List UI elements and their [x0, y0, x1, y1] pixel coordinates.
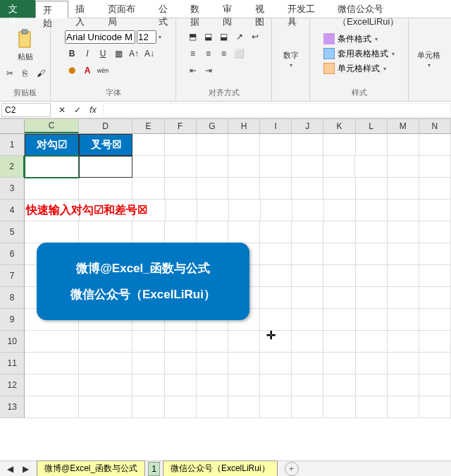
cell[interactable]: [292, 396, 323, 418]
format-painter-icon[interactable]: 🖌: [34, 66, 48, 80]
grow-font-icon[interactable]: A↑: [127, 47, 141, 61]
cell[interactable]: [197, 134, 228, 156]
enter-formula-icon[interactable]: ✓: [70, 103, 85, 117]
cell[interactable]: [165, 331, 197, 353]
cell[interactable]: [419, 178, 451, 200]
align-middle-icon[interactable]: ⬓: [202, 30, 216, 44]
menu-tab-wechat[interactable]: 微信公众号（ExcelLiRui）: [330, 0, 451, 18]
menu-tab-data[interactable]: 数据: [183, 0, 216, 18]
cell[interactable]: [323, 374, 355, 396]
cell[interactable]: [132, 134, 164, 156]
cell[interactable]: [292, 134, 323, 156]
cell[interactable]: [323, 243, 355, 265]
cell[interactable]: [260, 178, 292, 200]
align-bottom-icon[interactable]: ⬓: [217, 30, 231, 44]
cell[interactable]: [292, 156, 323, 178]
cell[interactable]: [324, 200, 356, 221]
cell[interactable]: [197, 200, 229, 221]
cell[interactable]: [292, 309, 323, 331]
cell[interactable]: [25, 374, 79, 396]
tab-prev-icon[interactable]: ◀: [3, 462, 17, 476]
cell[interactable]: [323, 156, 355, 178]
cell[interactable]: [292, 243, 323, 265]
cell[interactable]: [323, 221, 355, 243]
cell[interactable]: [323, 396, 355, 418]
row-header[interactable]: 1: [0, 134, 25, 156]
row-header[interactable]: 11: [0, 353, 25, 374]
cell[interactable]: [132, 374, 164, 396]
cell[interactable]: [228, 134, 260, 156]
cell[interactable]: [228, 156, 260, 178]
cell[interactable]: [228, 353, 260, 374]
cell[interactable]: [323, 134, 355, 156]
col-header[interactable]: C: [25, 119, 79, 133]
row-header[interactable]: 4: [0, 200, 25, 221]
wrap-text-icon[interactable]: ↩: [248, 30, 262, 44]
align-center-icon[interactable]: ≡: [202, 47, 216, 61]
col-header[interactable]: K: [323, 119, 355, 133]
align-right-icon[interactable]: ≡: [217, 47, 231, 61]
cell[interactable]: [355, 156, 387, 178]
cell[interactable]: [260, 374, 292, 396]
merge-button[interactable]: ⬜: [233, 47, 247, 61]
cell[interactable]: [356, 331, 388, 353]
cell[interactable]: [228, 396, 260, 418]
cell-c4[interactable]: 快速输入对勾☑和差号☒: [25, 200, 80, 221]
info-shape[interactable]: 微博@Excel_函数与公式 微信公众号（ExcelLiRui）: [37, 243, 249, 320]
row-header[interactable]: 2: [0, 156, 25, 178]
cell[interactable]: [229, 200, 261, 221]
fx-icon[interactable]: fx: [86, 103, 100, 117]
cell[interactable]: [388, 331, 419, 353]
paste-button[interactable]: 粘贴: [3, 28, 48, 63]
cell[interactable]: [356, 178, 388, 200]
menu-tab-insert[interactable]: 插入: [68, 0, 101, 18]
col-header[interactable]: I: [260, 119, 292, 133]
cell[interactable]: [25, 178, 79, 200]
cell[interactable]: [356, 221, 388, 243]
cell[interactable]: [388, 178, 419, 200]
menu-tab-view[interactable]: 视图: [248, 0, 280, 18]
cell[interactable]: [132, 178, 164, 200]
cell[interactable]: [323, 331, 355, 353]
formula-bar[interactable]: [103, 103, 451, 117]
col-header[interactable]: M: [388, 119, 419, 133]
cut-icon[interactable]: ✂: [3, 66, 17, 80]
cell[interactable]: [323, 178, 355, 200]
shrink-font-icon[interactable]: A↓: [142, 47, 156, 61]
phonetic-button[interactable]: wén: [96, 63, 110, 78]
col-header[interactable]: E: [132, 119, 164, 133]
inc-indent-icon[interactable]: ⇥: [202, 63, 216, 78]
cell[interactable]: [323, 353, 355, 374]
font-color-button[interactable]: A: [80, 63, 94, 78]
cell[interactable]: [197, 178, 228, 200]
cell[interactable]: [79, 374, 133, 396]
cell[interactable]: [197, 396, 228, 418]
cell[interactable]: [228, 178, 260, 200]
new-sheet-button[interactable]: +: [285, 462, 299, 476]
orientation-icon[interactable]: ↗: [233, 30, 247, 44]
font-name-select[interactable]: [65, 30, 135, 44]
menu-file[interactable]: 文件: [0, 0, 35, 18]
cell[interactable]: [228, 374, 260, 396]
col-header[interactable]: J: [292, 119, 323, 133]
cell[interactable]: [79, 396, 133, 418]
cell[interactable]: [79, 221, 133, 243]
cell[interactable]: [292, 374, 323, 396]
cell[interactable]: [261, 200, 292, 221]
table-format-button[interactable]: 套用表格格式▾: [323, 47, 395, 61]
cell[interactable]: [165, 134, 197, 156]
cell[interactable]: [292, 287, 323, 309]
col-header[interactable]: H: [228, 119, 260, 133]
menu-tab-dev[interactable]: 开发工具: [280, 0, 330, 18]
row-header[interactable]: 7: [0, 265, 25, 287]
cell[interactable]: [292, 265, 323, 287]
cell[interactable]: [165, 374, 197, 396]
cell[interactable]: [419, 353, 451, 374]
cell[interactable]: [132, 221, 164, 243]
row-header[interactable]: 13: [0, 396, 25, 418]
cell[interactable]: [260, 396, 292, 418]
menu-tab-layout[interactable]: 页面布局: [101, 0, 151, 18]
number-format-button[interactable]: 数字 ▾: [282, 49, 300, 70]
cell[interactable]: [165, 178, 197, 200]
cell[interactable]: [292, 221, 323, 243]
